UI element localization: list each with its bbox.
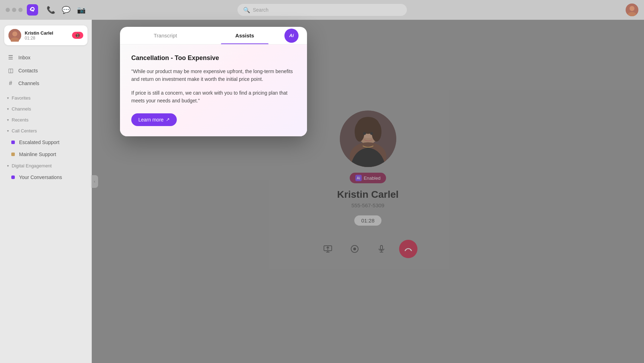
call-name: Kristin Carlel [25, 30, 68, 36]
call-avatar [8, 29, 21, 42]
section-call-centers[interactable]: ▾ Call Centers [0, 125, 92, 136]
sidebar-item-mainline[interactable]: Mainline Support [0, 148, 92, 160]
user-avatar[interactable] [626, 4, 638, 16]
top-bar-icons: 📞 💬 📷 [47, 6, 86, 14]
traffic-light-minimize[interactable] [12, 8, 16, 12]
learn-more-button[interactable]: Learn more ↗ [131, 113, 177, 126]
mainline-label: Mainline Support [19, 151, 56, 157]
traffic-light-maximize[interactable] [18, 8, 23, 12]
sidebar-item-label-inbox: Inbox [18, 55, 30, 60]
modal-overlay: Transcript Assists Ai Cancellation - Too… [92, 20, 644, 363]
chevron-icon: ▾ [7, 164, 9, 168]
section-favorites[interactable]: ▾ Favorites [0, 93, 92, 103]
app-icon [27, 4, 38, 16]
assist-paragraph-2: If price is still a concern, we can work… [131, 89, 296, 105]
phone-icon[interactable]: 📞 [47, 6, 55, 14]
modal-body: Cancellation - Too Expensive "While our … [120, 44, 307, 136]
section-call-centers-label: Call Centers [12, 128, 37, 133]
sidebar-item-your-conversations[interactable]: Your Conversations [0, 171, 92, 183]
call-info: Kristin Carlel 01:28 [25, 30, 68, 41]
ai-icon: Ai [289, 33, 294, 38]
sidebar: Kristin Carlel 01:28 📵 ☰ Inbox ◫ Contact… [0, 20, 92, 363]
your-conversations-dot [11, 175, 15, 179]
external-link-icon: ↗ [166, 117, 170, 122]
active-call-item[interactable]: Kristin Carlel 01:28 📵 [4, 25, 88, 45]
inbox-icon: ☰ [7, 54, 14, 61]
svg-point-4 [12, 31, 17, 36]
end-call-icon: 📵 [75, 33, 80, 38]
chevron-icon: ▾ [7, 129, 9, 133]
section-channels-label: Channels [12, 106, 31, 112]
end-call-button[interactable]: 📵 [72, 32, 83, 39]
sidebar-item-inbox[interactable]: ☰ Inbox [0, 51, 92, 64]
your-conversations-label: Your Conversations [19, 174, 62, 180]
traffic-light-close[interactable] [6, 8, 10, 12]
section-favorites-label: Favorites [12, 95, 30, 101]
search-placeholder: Search [253, 7, 269, 13]
section-digital-engagement[interactable]: ▾ Digital Engagement [0, 160, 92, 171]
chevron-icon: ▾ [7, 96, 9, 100]
mainline-dot [11, 153, 15, 156]
sidebar-item-contacts[interactable]: ◫ Contacts [0, 64, 92, 77]
contacts-icon: ◫ [7, 67, 14, 74]
chevron-icon: ▾ [7, 107, 9, 111]
traffic-lights [6, 8, 23, 12]
chevron-icon: ▾ [7, 118, 9, 122]
ai-button[interactable]: Ai [284, 29, 299, 43]
sidebar-nav: ☰ Inbox ◫ Contacts # Channels [0, 48, 92, 93]
svg-point-1 [630, 6, 634, 11]
tab-assists[interactable]: Assists [205, 27, 284, 44]
sidebar-item-channels[interactable]: # Channels [0, 77, 92, 90]
modal-panel: Transcript Assists Ai Cancellation - Too… [120, 27, 307, 136]
assist-title: Cancellation - Too Expensive [131, 54, 296, 62]
sidebar-item-label-channels: Channels [18, 81, 39, 86]
learn-more-label: Learn more [138, 117, 164, 123]
message-icon[interactable]: 💬 [62, 6, 71, 14]
call-time: 01:28 [25, 36, 68, 41]
escalated-dot [11, 141, 15, 144]
video-icon[interactable]: 📷 [77, 6, 86, 14]
section-recents-label: Recents [12, 117, 29, 123]
tab-transcript[interactable]: Transcript [126, 27, 205, 44]
search-icon: 🔍 [243, 7, 250, 13]
section-digital-engagement-label: Digital Engagement [12, 163, 52, 168]
sidebar-item-escalated[interactable]: Escalated Support [0, 136, 92, 148]
escalated-label: Escalated Support [19, 139, 59, 145]
sidebar-item-label-contacts: Contacts [18, 68, 38, 73]
modal-tabs: Transcript Assists Ai [120, 27, 307, 44]
search-bar[interactable]: 🔍 Search [237, 4, 407, 16]
section-channels[interactable]: ▾ Channels [0, 103, 92, 114]
section-recents[interactable]: ▾ Recents [0, 114, 92, 125]
assist-paragraph-1: "While our product may be more expensive… [131, 67, 296, 83]
channels-icon: # [7, 80, 14, 87]
top-bar: 📞 💬 📷 🔍 Search [0, 0, 644, 20]
